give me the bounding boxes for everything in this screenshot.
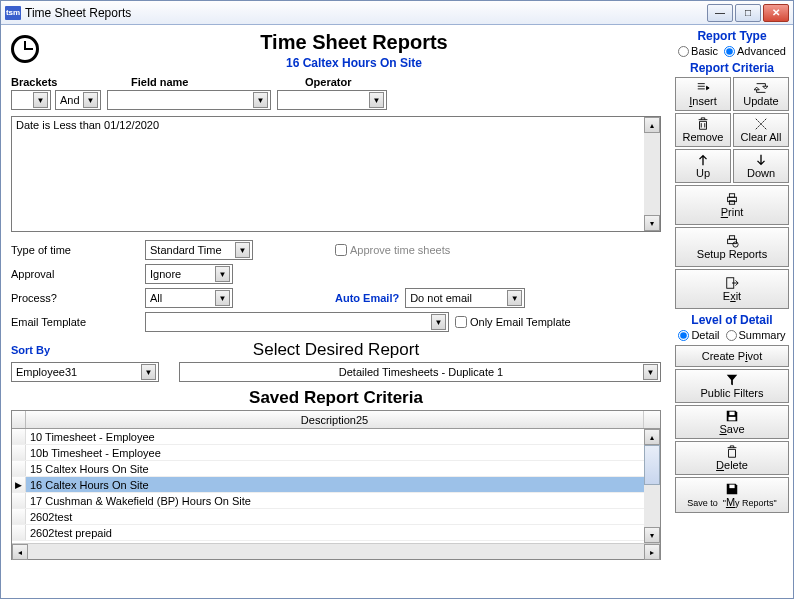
autoemail-value: Do not email [410,292,472,304]
up-button[interactable]: Up [675,149,731,183]
remove-label: Remove [683,131,724,143]
fieldname-label: Field name [131,76,305,88]
svg-rect-1 [729,194,734,198]
logical-value: And [60,94,80,106]
setup-reports-button[interactable]: Setup Reports [675,227,789,267]
description-cell: 2602test [26,509,644,524]
logical-dropdown[interactable]: And▼ [55,90,101,110]
page-title: Time Sheet Reports [47,31,661,54]
fieldname-dropdown[interactable]: ▼ [107,90,271,110]
emailtemplate-dropdown[interactable]: ▼ [145,312,449,332]
up-label: Up [696,167,710,179]
sortby-label: Sort By [11,344,50,356]
print-button[interactable]: Print [675,185,789,225]
save-to-my-reports-button[interactable]: Save to "My Reports" [675,477,789,513]
maximize-button[interactable]: □ [735,4,761,22]
close-button[interactable]: ✕ [763,4,789,22]
svg-point-5 [733,242,738,247]
report-criteria-heading: Report Criteria [675,61,789,75]
summary-radio[interactable]: Summary [726,329,786,341]
title-bar: tsm Time Sheet Reports — □ ✕ [1,1,793,25]
minimize-button[interactable]: — [707,4,733,22]
saved-criteria-heading: Saved Report Criteria [11,388,661,408]
emailtemplate-label: Email Template [11,316,145,328]
typeoftime-dropdown[interactable]: Standard Time▼ [145,240,253,260]
process-value: All [150,292,162,304]
clearall-label: Clear All [741,131,782,143]
report-select-dropdown[interactable]: ▼ Detailed Timesheets - Duplicate 1 [179,362,661,382]
basic-radio[interactable]: Basic [678,45,718,57]
report-select-value: Detailed Timesheets - Duplicate 1 [339,366,503,378]
approval-value: Ignore [150,268,181,280]
description-cell: 16 Caltex Hours On Site [26,477,644,492]
insert-label: nsert [692,95,716,107]
sortby-dropdown[interactable]: Employee31▼ [11,362,159,382]
publicfilters-label: Public Filters [701,387,764,399]
process-label: Process? [11,292,145,304]
page-subtitle: 16 Caltex Hours On Site [47,56,661,70]
process-dropdown[interactable]: All▼ [145,288,233,308]
table-row[interactable]: 2602test [12,509,660,525]
sortby-value: Employee31 [16,366,77,378]
save-button[interactable]: Save [675,405,789,439]
table-row[interactable]: 15 Caltex Hours On Site [12,461,660,477]
approval-dropdown[interactable]: Ignore▼ [145,264,233,284]
grid-vertical-scrollbar[interactable]: ▴▾ [644,429,660,543]
table-row[interactable]: 2602test prepaid [12,525,660,541]
window-title: Time Sheet Reports [25,6,707,20]
report-type-heading: Report Type [675,29,789,43]
table-row[interactable]: 17 Cushman & Wakefield (BP) Hours On Sit… [12,493,660,509]
approve-checkbox[interactable]: Approve time sheets [335,244,661,256]
svg-rect-4 [729,236,734,240]
description-cell: 10 Timesheet - Employee [26,429,644,444]
onlyemail-checkbox[interactable]: Only Email Template [455,316,571,328]
exit-button[interactable]: Exit [675,269,789,309]
brackets-label: Brackets [11,76,131,88]
autoemail-dropdown[interactable]: Do not email▼ [405,288,525,308]
svg-rect-8 [729,417,736,421]
update-label: Update [743,95,778,107]
criteria-line: Date is Less than 01/12/2020 [16,119,159,131]
clearall-button[interactable]: Clear All [733,113,789,147]
operator-dropdown[interactable]: ▼ [277,90,387,110]
level-of-detail-heading: Level of Detail [675,313,789,327]
svg-rect-7 [729,412,734,416]
clock-icon [11,35,39,63]
approve-label: Approve time sheets [350,244,450,256]
down-button[interactable]: Down [733,149,789,183]
update-button[interactable]: Update [733,77,789,111]
select-report-heading: Select Desired Report [11,340,661,360]
setup-label: Setup Reports [697,248,767,260]
table-row[interactable]: ▶16 Caltex Hours On Site [12,477,660,493]
insert-button[interactable]: Insert [675,77,731,111]
public-filters-button[interactable]: Public Filters [675,369,789,403]
description-column-header[interactable]: Description25 [26,411,644,428]
app-icon: tsm [5,6,21,20]
description-cell: 15 Caltex Hours On Site [26,461,644,476]
saved-criteria-grid: Description25 10 Timesheet - Employee10b… [11,410,661,560]
description-cell: 10b Timesheet - Employee [26,445,644,460]
operator-label: Operator [305,76,425,88]
remove-button[interactable]: Remove [675,113,731,147]
description-cell: 17 Cushman & Wakefield (BP) Hours On Sit… [26,493,644,508]
detail-radio[interactable]: Detail [678,329,719,341]
brackets-dropdown[interactable]: ▼ [11,90,51,110]
approval-label: Approval [11,268,145,280]
grid-horizontal-scrollbar[interactable]: ◂▸ [12,543,660,559]
onlyemail-label: Only Email Template [470,316,571,328]
typeoftime-label: Type of time [11,244,145,256]
svg-rect-9 [729,485,734,489]
description-cell: 2602test prepaid [26,525,644,540]
create-pivot-button[interactable]: Create Pivot [675,345,789,367]
criteria-scrollbar[interactable]: ▴▾ [644,117,660,231]
table-row[interactable]: 10 Timesheet - Employee [12,429,660,445]
advanced-radio[interactable]: Advanced [724,45,786,57]
typeoftime-value: Standard Time [150,244,222,256]
autoemail-label: Auto Email? [335,292,399,304]
criteria-textarea[interactable]: Date is Less than 01/12/2020 ▴▾ [11,116,661,232]
table-row[interactable]: 10b Timesheet - Employee [12,445,660,461]
down-label: Down [747,167,775,179]
delete-button[interactable]: Delete [675,441,789,475]
svg-rect-3 [728,239,737,243]
